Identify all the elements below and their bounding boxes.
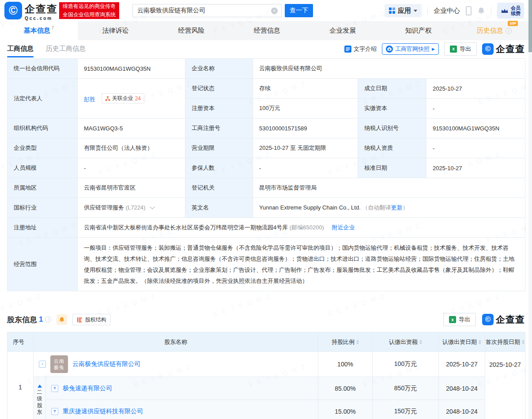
qcc-brand: 企查查 Qcc.com [25, 2, 58, 21]
divider [427, 7, 428, 14]
expand-button[interactable]: + [51, 408, 58, 415]
vip-renew-button[interactable]: 会员 续费 [497, 3, 524, 19]
field-value: 云南极致供应链有限公司 [253, 59, 525, 79]
tab-intellectual-property[interactable]: 知识产权 [381, 21, 457, 40]
field-label: 企业名称 [185, 59, 253, 79]
date-value: 2025-10-27 [439, 352, 485, 377]
apps-label: 应用 [398, 7, 411, 15]
shareholders-title: 股东信息 [7, 315, 37, 325]
ratio-value: 15.00% [318, 400, 373, 419]
official-snapshot-button[interactable]: 工商官网快照 ▶ [382, 43, 439, 55]
tab-basic-info[interactable]: 基本信息7 [0, 21, 78, 40]
qcc-watermark-logo: © 企查查 [482, 313, 525, 326]
sort-icon [522, 340, 524, 344]
shareholder-row-sub: 二级股东 + 极兔速递有限公司 85.00% 850万元 2048-10-24 [8, 377, 525, 400]
tab-company-development[interactable]: 企业发展 [305, 21, 381, 40]
legal-rep-cell: 彭胜 关联企业 24 [78, 79, 185, 118]
field-value: 有限责任公司（法人独资） [78, 138, 185, 158]
field-value: 530100001571589 [253, 118, 358, 138]
col-index: 序号 [8, 332, 34, 352]
scrollbar-track[interactable] [528, 0, 532, 419]
ratio-value: 85.00% [318, 377, 373, 400]
field-value: 云南省昆明市官渡区 [78, 178, 185, 198]
shareholder-link[interactable]: 重庆捷速供应链科技有限公司 [63, 408, 143, 415]
field-label: 营业期限 [185, 138, 253, 158]
address-cell: 云南省滇中新区大板桥街道办事处长水社区居委会万纬昆明空港一期物流园4号库 (邮编… [78, 218, 525, 238]
tab-legal-litigation[interactable]: 法律诉讼 [78, 21, 154, 40]
mobile-app-icon[interactable] [466, 6, 472, 15]
shareholder-link[interactable]: 极兔速递有限公司 [63, 385, 112, 392]
qcc-logo-icon: © [482, 43, 494, 55]
subtab-registration-info[interactable]: 工商信息 [7, 40, 34, 57]
expand-button[interactable]: + [51, 385, 58, 392]
shareholder-name-cell: - 云南 极兔 云南极兔供应链有限公司 [34, 352, 318, 377]
business-scope-cell: 一般项目：供应链管理服务；装卸搬运；普通货物仓储服务（不含危险化学品等需许可审批… [78, 238, 525, 291]
shareholders-table: 序号 股东名称 持股比例 认缴出资额 认缴出资日期 首次持股日期 1 - 云南 … [7, 332, 525, 419]
clear-search-icon[interactable]: × [271, 8, 278, 14]
field-label: 实缴资本 [358, 99, 426, 118]
legal-rep-link[interactable]: 彭胜 [84, 96, 95, 103]
export-button[interactable]: x 导出 [444, 42, 477, 56]
search-input[interactable] [133, 7, 271, 14]
first-date-value: 2025-10-27 [485, 352, 525, 419]
header-right-cluster: 应用 企业中心 会员 续费 [385, 0, 524, 21]
industry-dropdown[interactable]: 供应链管理服务 (L7224) [78, 198, 185, 218]
bell-icon [59, 316, 65, 323]
org-tree-icon [105, 96, 110, 101]
text-intro-button[interactable]: 文字介绍 [344, 45, 377, 53]
field-label: 核准日期 [358, 158, 426, 178]
col-amount-sortable[interactable]: 认缴出资额 [373, 332, 439, 352]
field-label: 参保人数 [185, 158, 253, 178]
amount-value: 850万元 [373, 377, 439, 400]
divider [491, 7, 491, 14]
tab-business-info[interactable]: 经营信息 [229, 21, 305, 40]
shareholder-link[interactable]: 云南极兔供应链有限公司 [72, 360, 140, 368]
apps-grid-icon [389, 8, 395, 14]
apps-dropdown[interactable]: 应用 [385, 4, 422, 17]
search-button[interactable]: 查一下 [285, 4, 313, 17]
monitor-bell-button[interactable] [57, 314, 67, 325]
brand-name: 企查查 [25, 2, 58, 16]
tab-operational-risk[interactable]: 经营风险 [154, 21, 230, 40]
equity-chart-icon [77, 317, 83, 323]
field-label: 人员规模 [8, 158, 78, 178]
col-ratio-sortable[interactable]: 持股比例 [318, 332, 373, 352]
crown-icon [501, 8, 509, 14]
field-value: - [253, 158, 358, 178]
excel-icon: x [450, 46, 457, 53]
field-value: 91530100MAG1WGQ35N [78, 59, 185, 79]
col-date-sortable[interactable]: 认缴出资日期 [439, 332, 485, 352]
collapse-button[interactable]: - [39, 361, 46, 368]
equity-structure-button[interactable]: 股权结构 [72, 314, 110, 325]
field-label: 纳税人资质 [358, 138, 426, 158]
field-label: 所属地区 [8, 178, 78, 198]
scrollbar-thumb[interactable] [528, 0, 532, 52]
field-label: 工商注册号 [185, 118, 253, 138]
col-first-date-sortable[interactable]: 首次持股日期 [485, 332, 525, 352]
vip-label: 会员 续费 [511, 5, 521, 16]
field-value: 昆明市市场监督管理局 [253, 178, 525, 198]
related-companies-tag[interactable]: 关联企业 24 [102, 93, 144, 103]
tab-history-info[interactable]: VIP 历史信息 i [457, 21, 532, 40]
shareholder-name-cell: + 极兔速递有限公司 [46, 377, 318, 400]
table-header-row: 序号 股东名称 持股比例 认缴出资额 认缴出资日期 首次持股日期 [8, 332, 525, 352]
sort-icon [479, 340, 481, 344]
nearby-companies-link[interactable]: 附近企业 [332, 224, 355, 231]
field-value: - [78, 158, 185, 178]
english-name-cell: Yunnan Extreme Supply Chain Co., Ltd. （自… [253, 198, 525, 218]
export-shareholders-button[interactable]: x 导出 [443, 313, 476, 326]
top-header: © 企查查 Qcc.com 缔造有远见的商业传奇 全国企业信用查询系统 × 查一… [0, 0, 532, 21]
translate-update-link[interactable]: 更新 [391, 204, 402, 211]
qcc-logo-icon: © [482, 314, 494, 325]
search-box[interactable]: × [132, 4, 282, 17]
enterprise-center-link[interactable]: 企业中心 [434, 7, 460, 15]
field-label: 纳税人识别号 [358, 118, 426, 138]
shareholder-row-sub: + 重庆捷速供应链科技有限公司 15.00% 150万元 2048-10-24 [8, 400, 525, 419]
field-value: - [426, 99, 525, 118]
field-value: 91530100MAG1WGQ35N [426, 118, 525, 138]
shareholder-row-main: 1 - 云南 极兔 云南极兔供应链有限公司 100% 100万元 2025-10… [8, 352, 525, 377]
notification-bell-icon[interactable] [477, 7, 485, 15]
collapse-triangle-icon[interactable] [38, 385, 42, 388]
subtab-history-registration-info[interactable]: 历史工商信息 [46, 40, 86, 57]
date-value: 2048-10-24 [439, 400, 485, 419]
